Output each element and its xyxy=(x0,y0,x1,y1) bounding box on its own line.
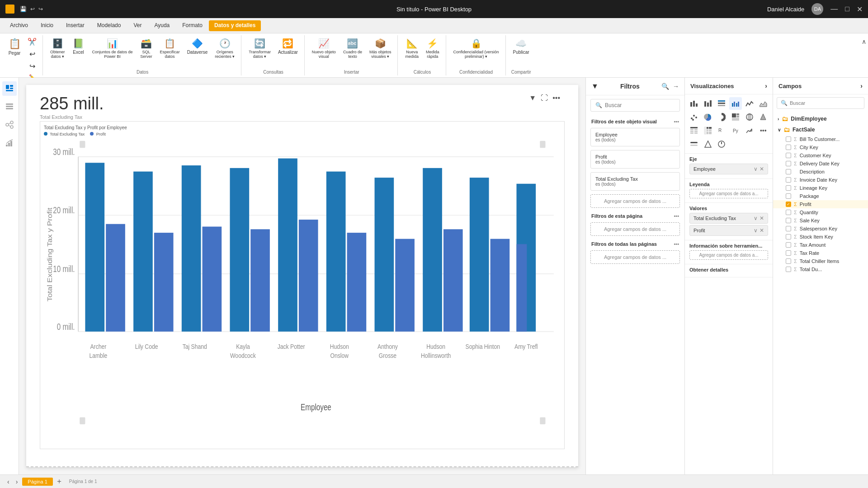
checkbox-lineage[interactable] xyxy=(786,185,791,191)
btn-actualizar[interactable]: 🔁 Actualizar xyxy=(275,36,301,56)
checkbox-salesperson[interactable] xyxy=(786,226,791,231)
undo-btn[interactable]: ↩ xyxy=(30,6,35,12)
checkbox-quantity[interactable] xyxy=(786,210,791,215)
checkbox-sale[interactable] xyxy=(786,218,791,223)
field-salesperson-key[interactable]: Σ Salesperson Key xyxy=(773,225,868,233)
field-customer-key[interactable]: Σ Customer Key xyxy=(773,151,868,160)
filter-add-all-pages[interactable]: Agregar campos de datos ... xyxy=(590,250,680,264)
checkbox-package[interactable] xyxy=(786,193,791,199)
viz-btn-filled-map[interactable] xyxy=(757,111,769,123)
checkbox-tax-amount[interactable] xyxy=(786,242,791,248)
checkbox-customer[interactable] xyxy=(786,153,791,158)
tab-ayuda[interactable]: Ayuda xyxy=(148,19,176,32)
page-tab-1[interactable]: Página 1 xyxy=(22,478,52,486)
field-quantity[interactable]: Σ Quantity xyxy=(773,208,868,216)
viz-btn-bar-clustered-active[interactable] xyxy=(729,97,742,110)
viz-btn-slicer[interactable] xyxy=(688,138,700,150)
checkbox-tax-rate[interactable] xyxy=(786,250,791,256)
viz-expand-icon[interactable]: › xyxy=(765,82,767,89)
fields-search-bar[interactable]: 🔍 xyxy=(777,97,864,109)
viz-btn-map[interactable] xyxy=(743,111,756,123)
viz-btn-area[interactable] xyxy=(757,97,769,110)
viz-btn-kpi[interactable]: R xyxy=(715,124,728,137)
field-sale-key[interactable]: Σ Sale Key xyxy=(773,216,868,225)
viz-btn-line[interactable] xyxy=(743,97,756,110)
btn-cut[interactable]: ✂️ xyxy=(25,36,39,47)
sidebar-icon-report[interactable] xyxy=(2,81,17,96)
btn-excel[interactable]: 📗 Excel xyxy=(70,36,88,56)
btn-especificar[interactable]: 📋 Especificardatos xyxy=(157,36,183,61)
filter-search-bar[interactable]: 🔍 xyxy=(590,99,680,112)
btn-undo2[interactable]: ↩ xyxy=(25,48,39,60)
valores-total-remove[interactable]: ✕ xyxy=(760,215,764,221)
viz-btn-scatter[interactable] xyxy=(688,111,700,123)
checkbox-bill[interactable] xyxy=(786,136,791,142)
page-next-btn[interactable]: › xyxy=(14,477,20,486)
viz-btn-table[interactable] xyxy=(688,124,700,137)
viz-btn-bar-100[interactable] xyxy=(715,97,728,110)
collapse-icon[interactable]: ∧ xyxy=(862,38,866,45)
checkbox-delivery[interactable] xyxy=(786,161,791,166)
minimize-btn[interactable]: — xyxy=(830,5,838,13)
tab-ver[interactable]: Ver xyxy=(127,19,148,32)
filter-add-page[interactable]: Agregar campos de datos ... xyxy=(590,222,680,236)
viz-btn-python[interactable]: Py xyxy=(729,124,742,137)
sidebar-icon-dax[interactable] xyxy=(2,136,17,150)
viz-btn-treemap[interactable] xyxy=(729,111,742,123)
valores-field-profit[interactable]: Profit ∨ ✕ xyxy=(689,225,768,236)
btn-sql[interactable]: 🗃️ SQLServer xyxy=(137,36,156,61)
btn-mas-visuales[interactable]: 📦 Más objetosvisuales ▾ xyxy=(367,36,394,61)
quick-access[interactable]: 💾 ↩ ↪ xyxy=(20,6,43,12)
viz-btn-key-influencers[interactable] xyxy=(743,124,756,137)
checkbox-total-du[interactable] xyxy=(786,267,791,272)
btn-nueva-medida[interactable]: 📐 Nuevamedida xyxy=(402,36,421,61)
group-dim-employee[interactable]: › 🗂 DimEmployee xyxy=(773,113,868,124)
tab-modelado[interactable]: Modelado xyxy=(91,19,127,32)
checkbox-profit[interactable]: ✓ xyxy=(786,202,791,207)
viz-btn-bar-stack[interactable] xyxy=(702,97,714,110)
herramientas-add[interactable]: Agregar campos de datos a... xyxy=(689,250,768,260)
viz-btn-matrix[interactable] xyxy=(702,124,714,137)
field-tax-amount[interactable]: Σ Tax Amount xyxy=(773,241,868,249)
viz-btn-bar-cluster[interactable] xyxy=(688,97,700,110)
viz-btn-format[interactable] xyxy=(702,138,714,150)
focus-icon[interactable]: ⛶ xyxy=(541,94,548,102)
fields-search-input[interactable] xyxy=(790,100,860,106)
btn-dataverse[interactable]: 🔷 Dataverse xyxy=(184,36,211,56)
filter-section-visual-menu[interactable]: ••• xyxy=(674,119,679,124)
field-invoice-date[interactable]: Σ Invoice Date Key xyxy=(773,176,868,184)
filter-card-total-ex-tax[interactable]: Total Excluding Tax es (todos) xyxy=(590,172,680,191)
filter-section-page-menu[interactable]: ••• xyxy=(674,213,679,219)
field-profit[interactable]: ✓ Σ Profit xyxy=(773,200,868,208)
redo-btn[interactable]: ↪ xyxy=(38,6,43,12)
tab-insertar[interactable]: Insertar xyxy=(60,19,91,32)
valores-field-total[interactable]: Total Excluding Tax ∨ ✕ xyxy=(689,213,768,224)
field-tax-rate[interactable]: Σ Tax Rate xyxy=(773,249,868,257)
btn-publicar[interactable]: ☁️ Publicar xyxy=(510,36,532,56)
checkbox-stock[interactable] xyxy=(786,234,791,239)
search-filter-icon[interactable]: 🔍 xyxy=(661,83,669,90)
tab-inicio[interactable]: Inicio xyxy=(34,19,60,32)
btn-powerbi-datasets[interactable]: 📊 Conjuntos de datos dePower BI xyxy=(90,36,136,61)
field-description[interactable]: Σ Description xyxy=(773,168,868,176)
eje-field-chip[interactable]: Employee ∨ ✕ xyxy=(689,164,768,174)
leyenda-add[interactable]: Agregar campos de datos a... xyxy=(689,189,768,198)
valores-profit-remove[interactable]: ✕ xyxy=(760,227,764,234)
btn-cuadro-texto[interactable]: 🔤 Cuadro detexto xyxy=(340,36,365,61)
btn-pegar[interactable]: 📋 Pegar xyxy=(5,36,24,57)
sidebar-icon-model[interactable] xyxy=(2,117,17,132)
eje-remove-icon[interactable]: ✕ xyxy=(760,166,764,172)
btn-medida-rapida[interactable]: ⚡ Medidarápida xyxy=(423,36,442,61)
btn-obtener-datos[interactable]: 🗄️ Obtenerdatos ▾ xyxy=(47,36,68,61)
field-total-chiller[interactable]: Σ Total Chiller Items xyxy=(773,257,868,265)
close-btn[interactable]: ✕ xyxy=(857,5,863,14)
viz-btn-pie[interactable] xyxy=(702,111,714,123)
valores-total-chevron[interactable]: ∨ xyxy=(754,215,758,221)
fields-expand-icon[interactable]: › xyxy=(860,82,863,89)
save-btn[interactable]: 💾 xyxy=(20,6,27,12)
field-lineage-key[interactable]: Σ Lineage Key xyxy=(773,184,868,192)
ribbon-collapse[interactable]: ∧ xyxy=(862,35,866,75)
eje-chevron-icon[interactable]: ∨ xyxy=(754,166,758,172)
tab-archivo[interactable]: Archivo xyxy=(4,19,34,32)
filter-card-employee[interactable]: Employee es (todos) xyxy=(590,128,680,146)
